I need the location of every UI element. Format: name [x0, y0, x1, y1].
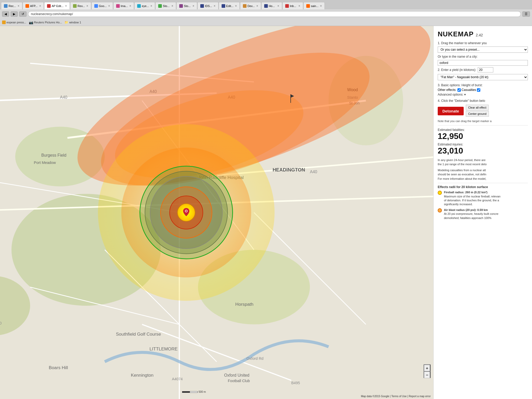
bookmarks-bar: eopean press... 📷 Reuters Pictures Ho...…: [0, 19, 532, 26]
tab-label-0: Rec...: [9, 4, 16, 8]
scale-bar: [182, 391, 198, 393]
panel-version: 2.42: [476, 33, 483, 37]
preset-select[interactable]: Or you can select a preset...: [438, 46, 528, 53]
tab-label-3: Rev...: [78, 4, 85, 8]
zoom-out-button[interactable]: −: [424, 371, 430, 378]
fireball-desc: Maximum size of the nuclear fireball; re…: [444, 195, 501, 198]
step2-text: 2. Enter a yield (in kilotons):: [438, 68, 476, 72]
bookmark-1[interactable]: 📷 Reuters Pictures Ho...: [29, 20, 62, 24]
tab-label-5: Ima...: [121, 4, 128, 8]
tab-6[interactable]: eye... ×: [134, 2, 155, 9]
tab-icon-14: [306, 4, 310, 8]
tab-3[interactable]: Rev... ×: [70, 2, 91, 9]
tab-label-11: Dev...: [248, 4, 255, 8]
tab-12[interactable]: Ho... ×: [261, 2, 282, 9]
svg-text:Southfield Golf Course: Southfield Golf Course: [116, 331, 161, 337]
tab-close-13[interactable]: ×: [298, 4, 300, 8]
svg-text:Wood: Wood: [347, 88, 358, 92]
airblast-desc2: demolished; fatalities approach 100%: [444, 216, 491, 220]
side-buttons: Clear all effect Center ground: [466, 105, 489, 117]
tab-close-5[interactable]: ×: [129, 4, 131, 8]
back-button[interactable]: ◀: [2, 11, 9, 17]
fireball-dot: [438, 191, 442, 195]
fireball-desc2: of detonation. If it touches the ground,…: [444, 199, 499, 202]
tab-8[interactable]: Sto... ×: [176, 2, 197, 9]
yield-input[interactable]: [478, 67, 493, 72]
options-row: Other effects: Casualties: [438, 88, 528, 92]
casualties-checkbox-label[interactable]: Casualties: [457, 88, 480, 92]
tab-11[interactable]: Dev... ×: [240, 2, 261, 9]
note-text: Note that you can drag the target marker…: [438, 119, 528, 123]
tab-label-1: AFP...: [30, 4, 38, 8]
svg-text:Burgess Field: Burgess Field: [41, 153, 66, 157]
tab-icon-9: [200, 4, 204, 8]
step3-text: 3. Basic options: Height of burst:: [438, 83, 528, 87]
casualties-checkbox[interactable]: [457, 88, 461, 92]
advanced-link[interactable]: Advanced options: ▾: [438, 93, 466, 96]
bookmark-label-1: Reuters Pictures Ho...: [34, 21, 62, 24]
tab-close-14[interactable]: ×: [320, 4, 322, 8]
tab-close-8[interactable]: ×: [192, 4, 194, 8]
tab-close-4[interactable]: ×: [108, 4, 110, 8]
svg-text:Oxford United: Oxford United: [224, 373, 249, 377]
fireball-effect-row: Fireball radius: 260 m (0.22 km²) Maximu…: [438, 190, 528, 207]
zoom-in-button[interactable]: +: [424, 364, 430, 371]
map-container[interactable]: Godstow Wytham A34 Burgess Field Port Me…: [0, 26, 433, 399]
center-ground-button[interactable]: Center ground: [466, 111, 489, 117]
tab-label-2: AP Edit...: [52, 4, 64, 8]
tab-close-10[interactable]: ×: [235, 4, 237, 8]
detonate-button[interactable]: Detonate: [438, 107, 464, 115]
zoom-controls: + −: [423, 364, 431, 378]
tab-bar: Rec... × AFP... × AP Edit... × Rev... × …: [0, 0, 532, 9]
info-text-2: Modeling casualties from a nuclear att s…: [438, 168, 528, 181]
injuries-label: Estimated injuries:: [438, 143, 528, 146]
bookmark-2[interactable]: 📁 window 1: [64, 21, 81, 24]
bookmark-0[interactable]: eopean press...: [2, 21, 26, 24]
tab-13[interactable]: Inb... ×: [282, 2, 303, 9]
target-marker[interactable]: [183, 208, 189, 217]
casualties-checkbox-2[interactable]: [477, 88, 480, 92]
yield-preset-select[interactable]: "Fat Man" - Nagasaki bomb (20 kt): [438, 74, 528, 80]
airblast-text: Air blast radius (20 psi): 0.59 km At 20…: [444, 208, 498, 220]
tab-14[interactable]: sain... ×: [303, 2, 325, 9]
tab-close-2[interactable]: ×: [65, 4, 67, 8]
step4-text: 4. Click the "Detonate" button belo: [438, 99, 528, 103]
tab-close-12[interactable]: ×: [277, 4, 279, 8]
tab-0[interactable]: Rec... ×: [1, 2, 22, 9]
refresh-button[interactable]: ↺: [19, 11, 26, 17]
city-input[interactable]: [438, 60, 528, 66]
svg-text:A40: A40: [150, 89, 157, 94]
tab-icon-12: [264, 4, 268, 8]
address-bar[interactable]: [28, 11, 521, 17]
tab-close-11[interactable]: ×: [256, 4, 258, 8]
svg-text:HEADINGTON: HEADINGTON: [272, 167, 305, 172]
tab-close-7[interactable]: ×: [171, 4, 173, 8]
tab-label-10: Edit...: [226, 4, 234, 8]
tab-close-3[interactable]: ×: [87, 4, 88, 8]
tab-1[interactable]: AFP... ×: [23, 2, 44, 9]
menu-button[interactable]: ☰: [522, 11, 530, 17]
scale-label: 500 m: [199, 390, 206, 393]
tab-icon-7: [158, 4, 162, 8]
tab-10[interactable]: Edit... ×: [219, 2, 240, 9]
tab-close-0[interactable]: ×: [18, 4, 19, 8]
tab-close-6[interactable]: ×: [150, 4, 152, 8]
forward-button[interactable]: ▶: [11, 11, 18, 17]
tab-9[interactable]: IDS... ×: [197, 2, 218, 9]
nav-bar: ◀ ▶ ↺ ☰: [0, 9, 532, 19]
wind-flag-svg: [287, 93, 295, 103]
tab-7[interactable]: Sto... ×: [155, 2, 176, 9]
svg-text:Port Meadow: Port Meadow: [34, 161, 56, 165]
tab-4[interactable]: Goo... ×: [91, 2, 113, 9]
tab-label-6: eye...: [142, 4, 149, 8]
clear-effects-button[interactable]: Clear all effect: [466, 105, 489, 110]
tab-2[interactable]: AP Edit... ×: [44, 2, 70, 9]
bookmark-label-2: window 1: [69, 21, 81, 24]
tab-close-9[interactable]: ×: [214, 4, 216, 8]
tab-close-1[interactable]: ×: [39, 4, 41, 8]
info2a: Modeling casualties from a nuclear att: [438, 169, 486, 172]
fireball-text: Fireball radius: 260 m (0.22 km²) Maximu…: [444, 190, 501, 207]
advanced-options: Advanced options: ▾: [438, 93, 528, 96]
tab-icon-4: [94, 4, 98, 8]
tab-5[interactable]: Ima... ×: [113, 2, 134, 9]
